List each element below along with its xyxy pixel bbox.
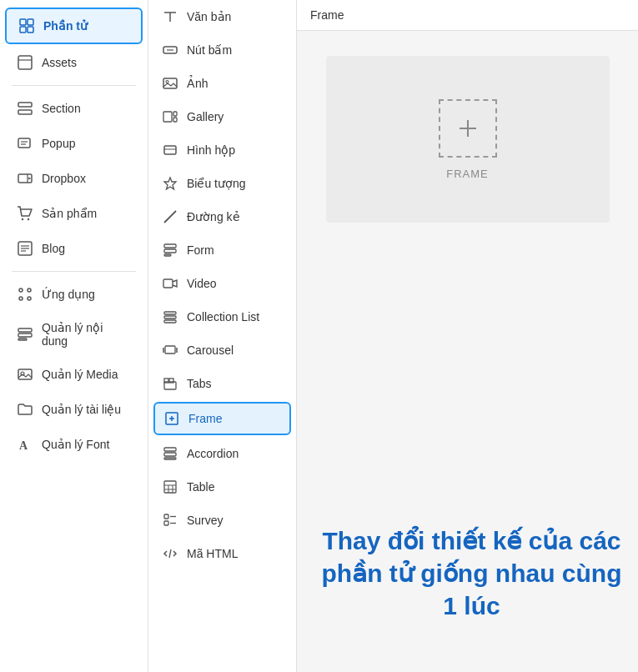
middle-item-label: Hình hộp <box>187 143 235 157</box>
svg-rect-49 <box>165 346 175 354</box>
middle-item-bieu-tuong[interactable]: Biểu tượng <box>148 167 296 200</box>
sidebar-item-quan-ly-font[interactable]: A Quản lý Font <box>5 428 143 461</box>
middle-item-carousel[interactable]: Carousel <box>148 333 296 367</box>
middle-item-accordion[interactable]: Accordion <box>148 437 296 470</box>
sidebar-item-label: Sản phẩm <box>42 207 97 220</box>
svg-rect-26 <box>18 369 32 379</box>
svg-rect-36 <box>173 112 177 116</box>
sidebar-item-dropbox[interactable]: Dropbox <box>5 162 143 195</box>
middle-item-hinh-hop[interactable]: Hình hộp <box>148 133 296 167</box>
middle-item-gallery[interactable]: Gallery <box>148 100 296 133</box>
svg-rect-3 <box>28 27 33 33</box>
middle-item-label: Gallery <box>187 110 224 123</box>
svg-rect-60 <box>164 458 176 459</box>
svg-rect-7 <box>18 110 32 114</box>
middle-item-anh[interactable]: Ảnh <box>148 67 296 100</box>
svg-rect-42 <box>164 244 176 248</box>
sidebar-item-san-pham[interactable]: Sản phẩm <box>5 197 143 230</box>
sidebar-item-label: Quản lý Media <box>42 368 118 381</box>
sidebar-item-ung-dung[interactable]: Ứng dụng <box>5 278 143 311</box>
svg-point-19 <box>19 288 23 292</box>
svg-rect-1 <box>28 19 33 25</box>
sidebar-item-label: Popup <box>42 137 75 150</box>
middle-item-van-ban[interactable]: Văn bản <box>148 0 296 33</box>
middle-panel: Văn bản Nút bấm Ảnh <box>148 0 297 672</box>
middle-item-survey[interactable]: Survey <box>148 504 296 537</box>
svg-rect-24 <box>18 333 32 337</box>
right-header: Frame <box>297 0 638 31</box>
svg-rect-38 <box>164 146 176 154</box>
middle-item-label: Accordion <box>187 447 239 460</box>
svg-rect-37 <box>173 118 177 122</box>
middle-item-duong-ke[interactable]: Đường kẻ <box>148 200 296 233</box>
svg-rect-47 <box>164 316 176 318</box>
survey-icon <box>162 512 178 529</box>
svg-rect-44 <box>164 254 171 256</box>
svg-rect-4 <box>18 56 32 69</box>
accordion-icon <box>162 445 178 462</box>
sidebar-item-label: Phần tử <box>43 19 88 33</box>
line-icon <box>162 208 178 225</box>
middle-item-collection-list[interactable]: Collection List <box>148 300 296 333</box>
middle-item-label: Ảnh <box>187 77 208 90</box>
middle-item-label: Form <box>187 243 214 257</box>
sidebar-item-section[interactable]: Section <box>5 92 143 125</box>
cart-icon <box>17 205 33 222</box>
box-icon <box>162 142 178 158</box>
gallery-icon <box>162 108 178 125</box>
right-panel: Frame FRAME Thay đổi thiết kế của các ph… <box>297 0 638 672</box>
svg-rect-25 <box>18 339 27 340</box>
grid-icon <box>18 18 35 34</box>
svg-rect-2 <box>20 27 26 33</box>
list-icon <box>162 308 178 325</box>
text-icon <box>162 8 178 25</box>
svg-rect-35 <box>163 112 172 122</box>
frame-icon <box>163 410 180 427</box>
middle-item-label: Biểu tượng <box>187 177 246 190</box>
sidebar-item-quan-ly-tai-lieu[interactable]: Quản lý tài liệu <box>5 393 143 426</box>
svg-point-34 <box>166 81 168 83</box>
popup-icon <box>17 135 33 152</box>
frame-plus-icon <box>455 116 480 141</box>
frame-label: FRAME <box>446 168 489 180</box>
middle-item-nut-bam[interactable]: Nút bấm <box>148 33 296 67</box>
middle-item-form[interactable]: Form <box>148 233 296 267</box>
sidebar-item-label: Quản lý nội dung <box>42 321 131 348</box>
middle-item-label: Survey <box>187 514 224 527</box>
blog-icon <box>17 240 33 257</box>
tabs-icon <box>162 375 178 392</box>
sidebar-item-quan-ly-noi-dung[interactable]: Quản lý nội dung <box>5 313 143 356</box>
svg-rect-59 <box>164 453 176 456</box>
promo-text: Thay đổi thiết kế của các phần tử giống … <box>314 524 630 622</box>
middle-item-label: Carousel <box>187 344 234 357</box>
media-icon <box>17 366 33 383</box>
middle-item-video[interactable]: Video <box>148 267 296 300</box>
star-icon <box>162 175 178 192</box>
sidebar-item-label: Quản lý tài liệu <box>42 403 121 416</box>
svg-line-70 <box>169 549 171 558</box>
video-icon <box>162 275 178 292</box>
svg-rect-6 <box>18 103 32 107</box>
svg-marker-40 <box>164 178 176 189</box>
sidebar-item-quan-ly-media[interactable]: Quản lý Media <box>5 358 143 391</box>
svg-rect-33 <box>163 78 177 88</box>
sidebar-item-popup[interactable]: Popup <box>5 127 143 160</box>
section-icon <box>17 100 33 117</box>
sidebar-item-assets[interactable]: Assets <box>5 46 143 79</box>
middle-item-table[interactable]: Table <box>148 470 296 504</box>
button-icon <box>162 42 178 58</box>
sidebar-item-label: Assets <box>42 56 77 69</box>
svg-rect-61 <box>164 481 176 493</box>
middle-item-ma-html[interactable]: Mã HTML <box>148 537 296 570</box>
svg-line-41 <box>164 211 176 223</box>
sidebar-item-phan-tu[interactable]: Phần tử <box>5 8 143 44</box>
svg-rect-45 <box>163 279 173 288</box>
middle-item-frame[interactable]: Frame <box>153 402 291 435</box>
middle-item-tabs[interactable]: Tabs <box>148 367 296 400</box>
svg-point-22 <box>28 297 31 300</box>
svg-rect-8 <box>18 138 30 148</box>
svg-point-13 <box>22 218 23 220</box>
middle-item-label: Văn bản <box>187 10 231 23</box>
sidebar-item-blog[interactable]: Blog <box>5 232 143 265</box>
svg-rect-23 <box>18 328 32 332</box>
